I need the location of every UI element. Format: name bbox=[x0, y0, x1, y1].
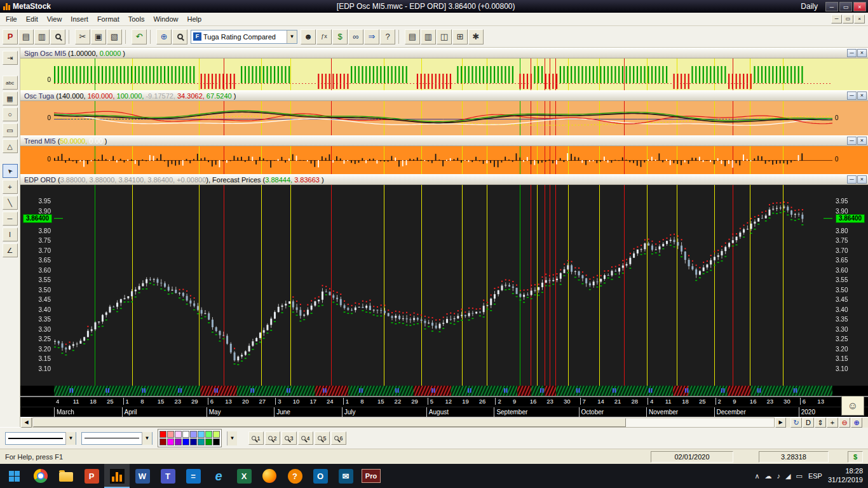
sign-panel-close-button[interactable]: × bbox=[857, 49, 867, 57]
taskbar-calculator[interactable]: = bbox=[180, 464, 206, 488]
tile-quad-button[interactable]: ⊞ bbox=[452, 29, 468, 44]
color-swatch-11[interactable] bbox=[182, 438, 189, 445]
trend-panel-minimize-button[interactable]: ─ bbox=[847, 137, 857, 145]
taskbar-file-explorer[interactable] bbox=[53, 464, 79, 488]
print-preview-button[interactable]: ▥ bbox=[34, 29, 50, 44]
menu-help[interactable]: Help bbox=[183, 13, 207, 25]
menu-tools[interactable]: Tools bbox=[124, 13, 149, 25]
close-button[interactable]: × bbox=[853, 2, 866, 11]
chart-options-button[interactable]: ✱ bbox=[468, 29, 484, 44]
indicator-quicklist-dropdown[interactable]: F Tuga Rating Compared ▼ bbox=[191, 30, 297, 44]
taskbar-teams[interactable]: T bbox=[155, 464, 180, 488]
tray-icon-2[interactable]: ♪ bbox=[777, 472, 781, 480]
cascade-button[interactable]: ◫ bbox=[437, 29, 452, 44]
crosshair-button[interactable]: ⊕ bbox=[156, 29, 172, 44]
taskbar-word[interactable]: W bbox=[130, 464, 155, 488]
line-style-arrow-icon[interactable]: ▼ bbox=[65, 432, 76, 445]
osc-panel-close-button[interactable]: × bbox=[857, 92, 867, 100]
taskbar-outlook[interactable]: O bbox=[308, 464, 333, 488]
pane-splitter-tool[interactable]: ⇥ bbox=[3, 51, 18, 65]
color-swatch-6[interactable] bbox=[205, 431, 212, 438]
sign-osc-plot[interactable] bbox=[20, 58, 868, 90]
horizontal-scrollbar[interactable]: ◀ ▶ ↻D⇕+⊖⊕ bbox=[20, 417, 868, 428]
tile-vertical-button[interactable]: ▥ bbox=[421, 29, 436, 44]
zoom-preset-6[interactable]: 6 bbox=[331, 431, 346, 445]
restore-button[interactable]: ▭ bbox=[839, 2, 852, 11]
text-note-tool[interactable]: abc bbox=[3, 76, 18, 90]
crosshair-tool[interactable]: + bbox=[3, 180, 18, 194]
zoom-preset-2[interactable]: 2 bbox=[265, 431, 280, 445]
taskbar-metastock-pro[interactable]: Pro bbox=[358, 464, 384, 488]
child-minimize-button[interactable]: ─ bbox=[831, 15, 842, 24]
main-panel-minimize-button[interactable]: ─ bbox=[847, 175, 857, 184]
line-weight-arrow-icon[interactable]: ▼ bbox=[142, 432, 152, 445]
scroll-track[interactable] bbox=[32, 417, 775, 428]
main-chart-plot[interactable] bbox=[20, 185, 868, 386]
color-swatch-9[interactable] bbox=[167, 438, 174, 445]
angle-line-tool[interactable]: ∠ bbox=[3, 243, 18, 257]
osc-tuga-panel-header[interactable]: Osc Tuga (140.000, 160.000, 100.000, -9.… bbox=[20, 90, 868, 101]
start-button[interactable] bbox=[0, 464, 28, 488]
forecaster-button[interactable]: ⇒ bbox=[364, 29, 379, 44]
trend-panel-close-button[interactable]: × bbox=[857, 137, 867, 145]
sign-osc-panel-header[interactable]: Sign Osc MI5 (1.00000, 0.0000 ) ─× bbox=[20, 48, 868, 58]
color-swatch-10[interactable] bbox=[175, 438, 182, 445]
expert-advisor-button[interactable]: ☻ bbox=[301, 29, 316, 44]
zoom-out-button[interactable]: ⊖ bbox=[839, 417, 850, 428]
paste-button[interactable]: ▧ bbox=[107, 29, 122, 44]
color-swatch-3[interactable] bbox=[182, 431, 189, 438]
color-swatch-0[interactable] bbox=[159, 431, 166, 438]
power-console-button[interactable]: P bbox=[3, 29, 18, 44]
menu-edit[interactable]: Edit bbox=[22, 13, 43, 25]
tray-icon-1[interactable]: ☁ bbox=[765, 472, 772, 480]
taskbar-chrome[interactable] bbox=[28, 464, 53, 488]
pan-button[interactable]: + bbox=[827, 417, 838, 428]
zoom-preset-1[interactable]: 1 bbox=[248, 431, 264, 445]
refresh-button[interactable]: ↻ bbox=[790, 417, 802, 428]
horizontal-line-tool[interactable]: ─ bbox=[3, 212, 18, 226]
scroll-right-button[interactable]: ▶ bbox=[775, 417, 786, 428]
taskbar-get-help[interactable]: ? bbox=[282, 464, 308, 488]
taskbar-excel[interactable]: X bbox=[231, 464, 257, 488]
zoom-preset-4[interactable]: 4 bbox=[298, 431, 313, 445]
taskbar-metastock[interactable] bbox=[104, 464, 130, 488]
palette-arrow-icon[interactable]: ▼ bbox=[227, 431, 237, 445]
explorer-button[interactable]: ∞ bbox=[348, 29, 363, 44]
color-swatch-7[interactable] bbox=[213, 431, 220, 438]
indicator-builder-button[interactable]: ƒx bbox=[316, 29, 332, 44]
taskbar-mail[interactable]: ✉ bbox=[333, 464, 358, 488]
menu-format[interactable]: Format bbox=[93, 13, 124, 25]
color-swatch-13[interactable] bbox=[198, 438, 205, 445]
scroll-thumb[interactable] bbox=[33, 418, 626, 427]
zoom-button[interactable] bbox=[172, 29, 187, 44]
line-weight-select[interactable]: ▼ bbox=[81, 432, 153, 445]
osc-tuga-plot[interactable] bbox=[20, 101, 868, 135]
zoom-in-button[interactable]: ⊕ bbox=[851, 417, 862, 428]
trendline-tool[interactable]: ╲ bbox=[3, 196, 18, 210]
color-swatch-1[interactable] bbox=[167, 431, 174, 438]
clock[interactable]: 18:28 31/12/2019 bbox=[828, 467, 863, 485]
scroll-left-button[interactable]: ◀ bbox=[21, 417, 32, 428]
feedback-smiley-button[interactable]: ☺ bbox=[841, 396, 864, 416]
line-style-select[interactable]: ▼ bbox=[5, 432, 76, 445]
custom-help-button[interactable]: ? bbox=[380, 29, 395, 44]
language-indicator[interactable]: ESP bbox=[808, 472, 822, 480]
minimize-button[interactable]: ─ bbox=[825, 2, 838, 11]
print-button[interactable]: ▤ bbox=[18, 29, 34, 44]
tray-icon-4[interactable]: ▭ bbox=[796, 472, 803, 480]
main-panel-close-button[interactable]: × bbox=[857, 175, 867, 184]
taskbar-internet-explorer[interactable]: e bbox=[206, 464, 231, 488]
sign-panel-minimize-button[interactable]: ─ bbox=[847, 49, 857, 57]
vertical-line-tool[interactable]: I bbox=[3, 227, 18, 241]
color-swatch-14[interactable] bbox=[205, 438, 212, 445]
menu-window[interactable]: Window bbox=[149, 13, 182, 25]
system-tester-button[interactable]: $ bbox=[332, 29, 348, 44]
taskbar-powerpoint[interactable]: P bbox=[79, 464, 104, 488]
page-zoom-button[interactable] bbox=[50, 29, 65, 44]
color-swatch-4[interactable] bbox=[190, 431, 197, 438]
undo-button[interactable]: ↶ bbox=[132, 29, 147, 44]
tray-icon-3[interactable]: ◢ bbox=[785, 472, 790, 480]
vertical-scale-button[interactable]: ⇕ bbox=[815, 417, 826, 428]
menu-insert[interactable]: Insert bbox=[66, 13, 93, 25]
price-panel-header[interactable]: EDP ORD (3.88000, 3.88000, 3.84100, 3.86… bbox=[20, 174, 868, 185]
